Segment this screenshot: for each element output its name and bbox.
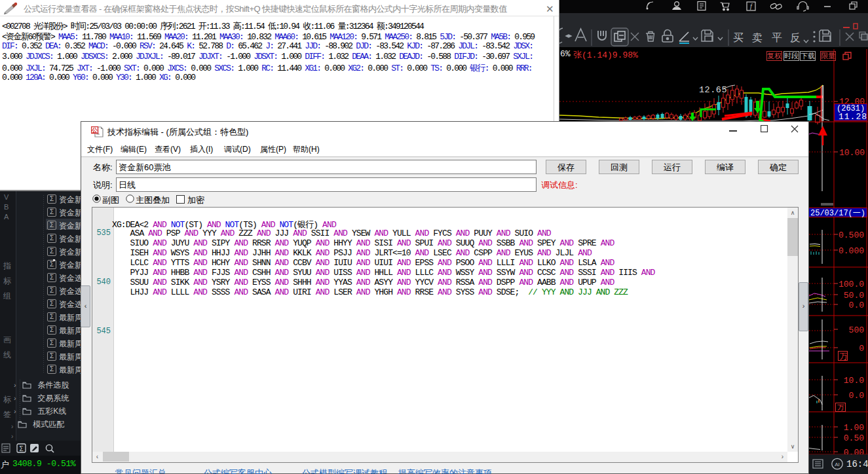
svg-text:12.65: 12.65 — [699, 85, 727, 95]
svg-text:10.0: 10.0 — [844, 376, 864, 386]
svg-text:100.0: 100.0 — [839, 280, 864, 289]
svg-text:反: 反 — [790, 32, 801, 43]
svg-text:0.50: 0.50 — [844, 433, 864, 443]
svg-text:0.500: 0.500 — [839, 230, 864, 240]
svg-text:平: 平 — [772, 32, 782, 43]
svg-text:25/03/17(一): 25/03/17(一) — [810, 209, 865, 218]
svg-text:1.00: 1.00 — [844, 423, 864, 433]
svg-text:万: 万 — [837, 403, 844, 411]
svg-text:10.00: 10.00 — [839, 148, 865, 158]
svg-text:0.000: 0.000 — [839, 246, 864, 256]
svg-text:11.28: 11.28 — [839, 112, 867, 122]
svg-text:卖: 卖 — [752, 32, 763, 43]
svg-text:公: 公 — [91, 127, 98, 134]
svg-text:0: 0 — [859, 344, 864, 354]
svg-text:500: 500 — [849, 325, 864, 335]
svg-text:万: 万 — [840, 352, 848, 361]
svg-text:50.0: 50.0 — [844, 291, 864, 301]
svg-text:买: 买 — [733, 32, 744, 43]
svg-text:Σ: Σ — [19, 445, 23, 452]
svg-text:0.0: 0.0 — [849, 301, 864, 310]
svg-text:AI: AI — [835, 462, 840, 467]
svg-text:0.0: 0.0 — [849, 391, 864, 401]
svg-text:f: f — [750, 3, 753, 10]
